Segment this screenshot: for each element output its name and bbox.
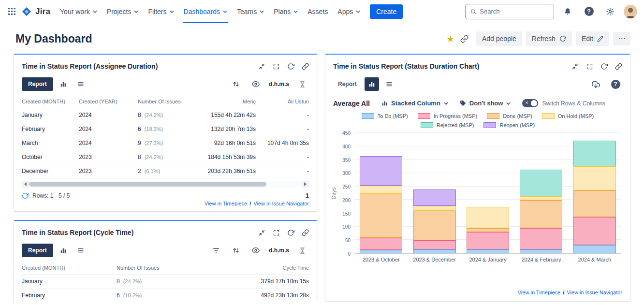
- bar-segment[interactable]: [360, 238, 402, 250]
- column-header[interactable]: Created (MONTH): [22, 99, 79, 104]
- fullscreen-icon[interactable]: [269, 226, 283, 239]
- minimize-icon[interactable]: [255, 226, 268, 239]
- filter-icon[interactable]: [209, 244, 223, 257]
- add-people-button[interactable]: Add people: [476, 31, 522, 46]
- list-view-icon[interactable]: [73, 77, 88, 91]
- nav-item-filters[interactable]: Filters: [143, 0, 178, 23]
- bar-segment[interactable]: [467, 228, 509, 232]
- sort-icon[interactable]: [229, 244, 243, 257]
- link-icon[interactable]: [612, 60, 625, 73]
- bar-segment[interactable]: [467, 232, 509, 249]
- view-in-timepiece-link[interactable]: View in Timepiece: [518, 290, 560, 295]
- legend-item[interactable]: Rejected (MSP): [421, 122, 474, 128]
- fullscreen-icon[interactable]: [583, 60, 596, 73]
- refresh-icon[interactable]: [597, 60, 611, 73]
- minimize-icon[interactable]: [255, 60, 268, 73]
- report-tab[interactable]: Report: [22, 77, 53, 91]
- app-switcher-icon[interactable]: [4, 4, 19, 19]
- page-number[interactable]: 1: [306, 192, 309, 199]
- edit-button[interactable]: Edit: [576, 31, 609, 46]
- hourglass-icon[interactable]: [295, 78, 309, 90]
- nav-item-your-work[interactable]: Your work: [55, 0, 102, 23]
- refresh-button[interactable]: Refresh: [526, 31, 572, 46]
- bar-segment[interactable]: [360, 194, 402, 238]
- refresh-icon[interactable]: [284, 60, 297, 73]
- horizontal-scrollbar[interactable]: [22, 181, 309, 188]
- column-header[interactable]: Created (YEAR): [79, 99, 138, 104]
- search-input[interactable]: [480, 8, 549, 15]
- average-mode-label[interactable]: Average All: [333, 100, 370, 107]
- link-icon[interactable]: [298, 60, 312, 73]
- sort-icon[interactable]: [229, 78, 243, 90]
- bar-segment[interactable]: [520, 228, 562, 249]
- bar-segment[interactable]: [520, 170, 562, 196]
- legend-item[interactable]: On Hold (MSP): [542, 113, 594, 119]
- report-tab[interactable]: Report: [333, 77, 362, 91]
- bar-segment[interactable]: [573, 166, 616, 190]
- bar-segment[interactable]: [573, 245, 616, 253]
- chart-view-icon[interactable]: [56, 77, 71, 91]
- issue-count-link[interactable]: 8: [117, 278, 120, 285]
- eye-icon[interactable]: [249, 78, 263, 90]
- column-header[interactable]: Number Of Issues: [117, 265, 228, 271]
- favorite-star-icon[interactable]: ★: [445, 34, 455, 44]
- bar-segment[interactable]: [360, 156, 402, 186]
- fullscreen-icon[interactable]: [269, 60, 283, 73]
- column-header[interactable]: Created (MONTH): [22, 265, 117, 271]
- view-in-issue-navigator-link[interactable]: View in Issue Navigator: [253, 201, 309, 206]
- bar-segment[interactable]: [573, 217, 616, 245]
- bar-segment[interactable]: [520, 196, 562, 200]
- chart-view-icon[interactable]: [365, 77, 379, 91]
- switch-rows-toggle[interactable]: ×: [522, 99, 538, 107]
- download-cloud-icon[interactable]: [589, 78, 602, 90]
- help-icon[interactable]: ?: [581, 4, 597, 19]
- settings-icon[interactable]: [602, 4, 618, 19]
- link-icon[interactable]: [298, 226, 312, 239]
- bar-segment[interactable]: [360, 250, 402, 253]
- nav-item-teams[interactable]: Teams: [232, 0, 269, 23]
- column-header[interactable]: Ali Ustun: [256, 99, 309, 104]
- bar-segment[interactable]: [467, 207, 509, 228]
- legend-item[interactable]: To Do (MSP): [362, 113, 408, 119]
- reload-rows-icon[interactable]: [22, 192, 29, 199]
- legend-item[interactable]: Done (MSP): [487, 113, 532, 119]
- view-in-timepiece-link[interactable]: View in Timepiece: [205, 201, 247, 206]
- bar-segment[interactable]: [413, 249, 456, 253]
- bar-segment[interactable]: [573, 190, 616, 217]
- jira-logo[interactable]: Jira: [19, 6, 55, 17]
- scroll-right-icon[interactable]: [302, 181, 309, 188]
- help-icon[interactable]: ?: [609, 78, 622, 90]
- bar-segment[interactable]: [360, 186, 402, 194]
- bar-segment[interactable]: [520, 249, 562, 253]
- search-box[interactable]: [465, 4, 554, 19]
- avatar[interactable]: [624, 5, 637, 18]
- list-view-icon[interactable]: [382, 77, 396, 91]
- bar-segment[interactable]: [413, 189, 456, 206]
- bar-segment[interactable]: [520, 200, 562, 228]
- copy-link-icon[interactable]: [459, 35, 472, 43]
- bar-segment[interactable]: [413, 206, 456, 211]
- chart-view-icon[interactable]: [56, 244, 71, 257]
- nav-item-dashboards[interactable]: Dashboards: [179, 0, 233, 23]
- create-button[interactable]: Create: [370, 4, 403, 19]
- hourglass-icon[interactable]: [295, 244, 309, 257]
- list-view-icon[interactable]: [73, 244, 88, 257]
- bar-segment[interactable]: [413, 240, 456, 249]
- nav-item-apps[interactable]: Apps: [333, 0, 365, 23]
- view-in-issue-navigator-link[interactable]: View in Issue Navigator: [567, 290, 622, 295]
- minimize-icon[interactable]: [568, 60, 582, 73]
- bar-segment[interactable]: [573, 141, 616, 166]
- nav-item-assets[interactable]: Assets: [303, 0, 333, 23]
- estimates-dropdown[interactable]: Don't show: [460, 100, 511, 107]
- scrollbar-thumb[interactable]: [29, 182, 266, 187]
- scroll-left-icon[interactable]: [22, 181, 29, 188]
- scrollbar-track[interactable]: [29, 181, 302, 188]
- eye-icon[interactable]: [249, 244, 263, 257]
- bar-segment[interactable]: [413, 211, 456, 240]
- refresh-icon[interactable]: [284, 226, 297, 239]
- issue-count-link[interactable]: 6: [117, 292, 120, 299]
- report-tab[interactable]: Report: [22, 244, 53, 257]
- nav-item-projects[interactable]: Projects: [102, 0, 144, 23]
- column-header[interactable]: Number Of Issues: [138, 99, 205, 104]
- legend-item[interactable]: In Progress (MSP): [418, 113, 477, 119]
